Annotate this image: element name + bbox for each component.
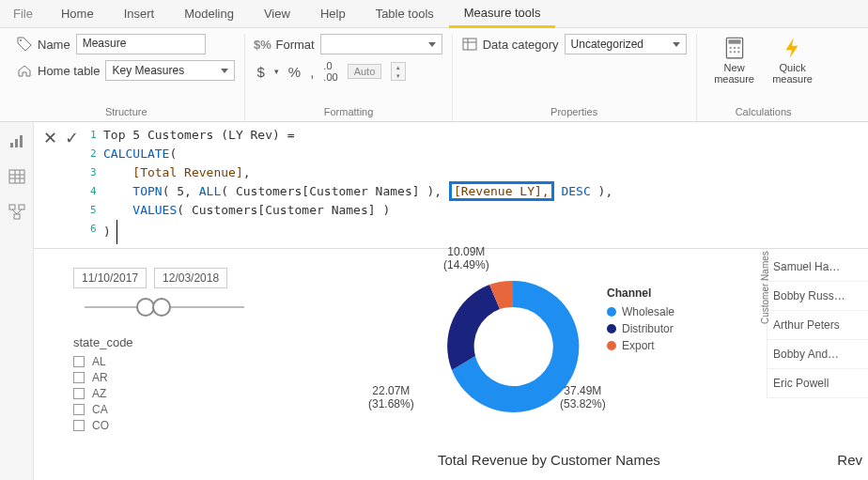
data-category-dropdown[interactable]: Uncategorized <box>565 34 687 54</box>
svg-rect-14 <box>20 135 23 147</box>
svg-rect-20 <box>9 205 15 209</box>
svg-rect-1 <box>463 39 476 50</box>
tab-insert[interactable]: Insert <box>109 1 170 26</box>
data-category-value: Uncategorized <box>571 38 643 51</box>
state-label: CO <box>92 419 109 432</box>
tab-table-tools[interactable]: Table tools <box>361 1 449 26</box>
thousands-button[interactable]: , <box>310 64 314 80</box>
date-to[interactable]: 12/03/2018 <box>154 268 227 288</box>
dax-editor[interactable]: Sh 1Top 5 Customers (LY Rev) = 2CALCULAT… <box>88 122 868 248</box>
ribbon-group-structure: Name Measure Home table Key Measures Str… <box>8 34 245 121</box>
date-range-slider[interactable] <box>85 296 244 318</box>
checkbox-icon[interactable] <box>73 388 85 399</box>
donut-label-distributor: 22.07M(31.68%) <box>368 384 414 411</box>
content-area: ✕ ✓ Sh 1Top 5 Customers (LY Rev) = 2CALC… <box>34 122 868 480</box>
ribbon-group-properties: Data category Uncategorized Properties <box>453 34 697 121</box>
donut-label-wholesale: 37.49M(53.82%) <box>560 384 606 411</box>
svg-point-7 <box>734 47 736 49</box>
checkbox-icon[interactable] <box>73 404 85 415</box>
commit-formula-button[interactable]: ✓ <box>65 128 79 148</box>
currency-button[interactable]: $ <box>256 64 264 80</box>
chevron-down-icon <box>673 42 680 47</box>
date-from[interactable]: 11/10/2017 <box>73 268 147 288</box>
legend-title: Channel <box>607 286 674 300</box>
data-category-label: Data category <box>483 38 559 52</box>
ribbon-group-calculations: New measure Quick measure Calculations <box>697 34 830 121</box>
legend-label: Distributor <box>622 322 674 335</box>
highlighted-token: [Revenue LY], <box>449 181 554 201</box>
home-table-dropdown[interactable]: Key Measures <box>105 60 235 81</box>
auto-decimal[interactable]: Auto <box>348 64 382 79</box>
legend-swatch <box>607 341 616 350</box>
group-label-properties: Properties <box>462 104 687 121</box>
state-label: AZ <box>92 387 106 400</box>
name-label: Name <box>38 38 70 52</box>
legend-item-export[interactable]: Export <box>607 339 674 352</box>
file-menu[interactable]: File <box>0 1 46 26</box>
customer-axis-tick: Eric Powell <box>767 369 868 398</box>
checkbox-icon[interactable] <box>73 372 85 383</box>
home-table-value: Key Measures <box>112 64 184 77</box>
view-switcher <box>0 122 34 480</box>
new-measure-button[interactable]: New measure <box>710 36 759 85</box>
ribbon-group-formatting: $% Format $ ▾ % , .0.00 Auto ▴▾ Formatti… <box>245 34 452 121</box>
checkbox-icon[interactable] <box>73 420 85 431</box>
percent-button[interactable]: % <box>288 64 301 80</box>
currency-dropdown[interactable]: ▾ <box>274 67 279 76</box>
home-icon <box>17 63 32 78</box>
chart-title: Total Revenue by Customer Names <box>438 452 660 468</box>
model-view-button[interactable] <box>8 203 26 222</box>
ribbon: Name Measure Home table Key Measures Str… <box>0 28 868 122</box>
chart-legend: Channel WholesaleDistributorExport <box>607 286 674 356</box>
report-view-button[interactable] <box>8 132 26 150</box>
svg-point-11 <box>737 51 739 53</box>
svg-point-10 <box>734 51 736 53</box>
checkbox-icon[interactable] <box>73 356 85 367</box>
format-icon: $% <box>255 37 270 52</box>
report-canvas: 11/10/2017 12/03/2018 state_code ALARAZC… <box>34 249 868 441</box>
legend-item-distributor[interactable]: Distributor <box>607 322 674 335</box>
decimal-button[interactable]: .0.00 <box>323 60 337 83</box>
format-label: Format <box>275 38 314 52</box>
home-table-label: Home table <box>38 64 100 78</box>
svg-line-24 <box>17 209 22 214</box>
svg-point-8 <box>737 47 739 49</box>
tab-help[interactable]: Help <box>305 1 361 26</box>
tab-home[interactable]: Home <box>46 1 109 26</box>
category-icon <box>462 37 477 52</box>
customer-axis-label: Customer Names <box>760 251 770 324</box>
quick-measure-label: Quick measure <box>768 62 817 85</box>
chevron-down-icon <box>428 42 436 47</box>
measure-name-input[interactable]: Measure <box>76 34 206 54</box>
legend-swatch <box>607 324 616 333</box>
lightning-icon <box>781 36 805 60</box>
customer-axis-tick: Bobby And… <box>767 340 868 369</box>
state-label: AL <box>92 355 106 368</box>
svg-rect-21 <box>19 205 24 209</box>
customer-axis-tick: Arthur Peters <box>767 311 868 340</box>
state-label: AR <box>92 371 108 384</box>
svg-point-6 <box>729 47 731 49</box>
svg-rect-5 <box>728 39 740 43</box>
cancel-formula-button[interactable]: ✕ <box>43 128 57 148</box>
formula-bar: ✕ ✓ Sh 1Top 5 Customers (LY Rev) = 2CALC… <box>34 122 868 249</box>
data-view-button[interactable] <box>8 167 26 186</box>
svg-rect-22 <box>14 214 20 219</box>
customer-axis-tick: Bobby Russ… <box>767 282 868 311</box>
decimal-spinner[interactable]: ▴▾ <box>391 62 406 81</box>
customer-bar-axis: Customer Names Samuel Ha…Bobby Russ…Arth… <box>767 249 868 398</box>
group-label-structure: Structure <box>17 104 235 121</box>
cutoff-title: Rev <box>837 452 862 468</box>
tab-measure-tools[interactable]: Measure tools <box>449 0 556 28</box>
tab-modeling[interactable]: Modeling <box>169 1 249 26</box>
group-label-calculations: Calculations <box>706 104 821 121</box>
slider-handle-right[interactable] <box>152 298 171 317</box>
calculator-icon <box>722 36 747 60</box>
tag-icon <box>17 37 32 52</box>
legend-item-wholesale[interactable]: Wholesale <box>607 305 674 318</box>
tab-view[interactable]: View <box>249 1 305 26</box>
format-dropdown[interactable] <box>320 34 442 54</box>
quick-measure-button[interactable]: Quick measure <box>768 36 817 85</box>
donut-label-export: 10.09M(14.49%) <box>443 245 489 272</box>
legend-label: Wholesale <box>622 305 674 318</box>
